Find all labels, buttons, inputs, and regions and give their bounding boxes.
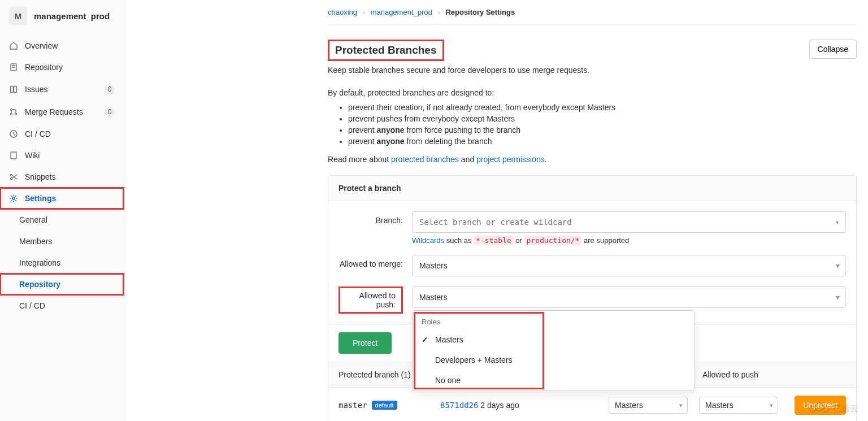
sidebar-item-snippets[interactable]: Snippets (0, 166, 124, 188)
breadcrumb: chaoxing › management_prod › Repository … (328, 0, 857, 25)
bullet-item: prevent anyone from deleting the branch (348, 137, 857, 146)
nav-label: Merge Requests (25, 107, 83, 116)
nav-label: Wiki (25, 151, 40, 160)
settings-submenu: General Members Integrations Repository … (0, 209, 124, 316)
select-value: Masters (419, 261, 448, 270)
section-intro: By default, protected branches are desig… (328, 88, 857, 97)
branch-name: master (338, 401, 367, 410)
select-value: Masters (705, 401, 734, 410)
chevron-right-icon: › (437, 8, 440, 16)
sidebar-item-repository[interactable]: Repository (0, 57, 124, 78)
sidebar-item-issues[interactable]: Issues 0 (0, 78, 124, 101)
nav-label: Settings (25, 194, 56, 203)
roles-dropdown: Roles Masters Developers + Masters No on… (412, 310, 695, 391)
branch-select[interactable]: Select branch or create wildcard ▾ (412, 211, 846, 233)
text-strong: anyone (377, 137, 405, 146)
sidebar-item-overview[interactable]: Overview (0, 35, 124, 57)
section-description: Keep stable branches secure and force de… (328, 66, 589, 75)
nav-label: Snippets (25, 172, 55, 181)
row-merge-select[interactable]: Masters ▾ (609, 397, 688, 414)
commit-link[interactable]: 8571dd26 (440, 401, 478, 410)
branch-hint: Wildcards such as *-stable or production… (412, 236, 846, 245)
svg-point-13 (823, 406, 829, 412)
bullet-item: prevent pushes from everybody except Mas… (348, 114, 857, 123)
text: prevent (348, 125, 377, 134)
chevron-down-icon: ▾ (679, 402, 683, 409)
rocket-icon (9, 129, 18, 138)
sidebar-item-wiki[interactable]: Wiki (0, 145, 124, 166)
sidebar-item-cicd[interactable]: CI / CD (0, 123, 124, 145)
text: from deleting the branch (405, 137, 492, 146)
allowed-push-select[interactable]: Masters ▾ (412, 287, 846, 308)
read-more: Read more about protected branches and p… (328, 155, 857, 164)
nav-label: Repository (19, 280, 60, 289)
chevron-down-icon: ▾ (836, 293, 840, 302)
code-text: production/* (524, 236, 582, 245)
sidebar-sub-cicd[interactable]: CI / CD (0, 295, 124, 316)
sidebar-item-merge-requests[interactable]: Merge Requests 0 (0, 101, 124, 123)
nav-label: Members (19, 237, 52, 246)
text-strong: anyone (377, 125, 405, 134)
th-push: Allowed to push (699, 370, 789, 379)
default-badge: default (372, 401, 397, 410)
protect-branch-panel: Protect a branch Branch: Select branch o… (328, 175, 857, 421)
sidebar-item-settings[interactable]: Settings (0, 188, 124, 209)
sidebar: M management_prod Overview Repository Is… (0, 0, 124, 421)
allowed-merge-select[interactable]: Masters ▾ (412, 255, 846, 276)
link-protected-branches[interactable]: protected branches (391, 155, 459, 164)
sidebar-sub-repository[interactable]: Repository (0, 274, 124, 295)
mr-badge: 0 (105, 107, 115, 117)
link-wildcards[interactable]: Wildcards (412, 236, 444, 245)
sidebar-sub-integrations[interactable]: Integrations (0, 252, 124, 274)
chevron-down-icon: ▾ (835, 218, 840, 227)
svg-point-4 (10, 113, 12, 115)
chevron-down-icon: ▾ (836, 261, 840, 270)
svg-rect-7 (11, 152, 16, 159)
collapse-button[interactable]: Collapse (809, 40, 857, 59)
code-text: *-stable (474, 236, 514, 245)
select-placeholder: Select branch or create wildcard (419, 218, 572, 227)
bullet-item: prevent their creation, if not already c… (348, 103, 857, 112)
nav-label: Overview (25, 41, 58, 50)
text: and (459, 155, 476, 164)
branch-label: Branch: (338, 211, 412, 225)
dropdown-option-masters[interactable]: Masters (413, 329, 694, 350)
svg-point-9 (10, 177, 12, 179)
scissors-icon (9, 172, 18, 181)
protect-button[interactable]: Protect (338, 332, 392, 354)
select-value: Masters (419, 293, 448, 302)
text: Read more about (328, 155, 391, 164)
section-title: Protected Branches (328, 40, 444, 61)
sidebar-sub-members[interactable]: Members (0, 231, 124, 252)
breadcrumb-link[interactable]: management_prod (371, 8, 432, 16)
main: chaoxing › management_prod › Repository … (124, 0, 868, 421)
svg-text:亿速云: 亿速云 (832, 403, 858, 413)
project-header[interactable]: M management_prod (0, 0, 124, 32)
svg-rect-2 (14, 86, 17, 93)
link-project-permissions[interactable]: project permissions (476, 155, 545, 164)
text: from force pushing to the branch (405, 125, 520, 134)
dropdown-option-developers-masters[interactable]: Developers + Masters (413, 350, 694, 370)
nav-label: General (19, 215, 47, 224)
text: . (545, 155, 547, 164)
breadcrumb-link[interactable]: chaoxing (328, 8, 357, 16)
panel-title: Protect a branch (328, 176, 856, 201)
text: are supported (581, 236, 629, 245)
merge-icon (9, 107, 18, 116)
select-value: Masters (615, 401, 643, 410)
breadcrumb-current: Repository Settings (445, 8, 515, 16)
gear-icon (9, 194, 18, 203)
svg-point-3 (10, 108, 12, 110)
nav-label: CI / CD (19, 301, 45, 310)
home-icon (9, 41, 18, 50)
watermark: 亿速云 (808, 399, 862, 418)
sidebar-sub-general[interactable]: General (0, 209, 124, 231)
dropdown-option-no-one[interactable]: No one (413, 370, 694, 390)
nav-label: Integrations (19, 258, 60, 267)
row-push-select[interactable]: Masters ▾ (699, 397, 778, 414)
svg-rect-1 (11, 86, 14, 93)
push-label: Allowed to push: (338, 287, 403, 314)
svg-point-11 (810, 406, 815, 412)
svg-point-8 (10, 174, 12, 176)
text: such as (444, 236, 474, 245)
